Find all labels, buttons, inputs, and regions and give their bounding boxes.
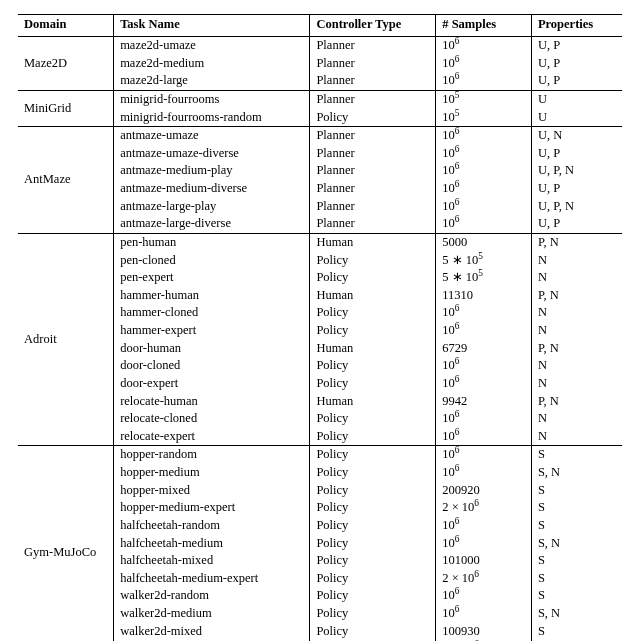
samples-cell: 106	[436, 517, 532, 535]
samples-cell: 106	[436, 162, 532, 180]
controller-cell: Planner	[310, 198, 436, 216]
task-cell: maze2d-large	[114, 72, 310, 90]
samples-cell: 106	[436, 375, 532, 393]
properties-cell: U, P	[531, 37, 622, 55]
samples-cell: 106	[436, 587, 532, 605]
controller-cell: Policy	[310, 464, 436, 482]
task-cell: pen-cloned	[114, 252, 310, 270]
task-cell: antmaze-umaze-diverse	[114, 145, 310, 163]
task-cell: walker2d-random	[114, 587, 310, 605]
properties-cell: U, N	[531, 127, 622, 145]
controller-cell: Policy	[310, 357, 436, 375]
task-cell: door-cloned	[114, 357, 310, 375]
properties-cell: P, N	[531, 233, 622, 251]
samples-cell: 2 × 106	[436, 570, 532, 588]
properties-cell: U, P, N	[531, 198, 622, 216]
controller-cell: Policy	[310, 304, 436, 322]
controller-cell: Policy	[310, 109, 436, 127]
properties-cell: S	[531, 517, 622, 535]
task-cell: halfcheetah-medium	[114, 535, 310, 553]
properties-cell: N	[531, 375, 622, 393]
samples-cell: 105	[436, 90, 532, 108]
controller-cell: Policy	[310, 322, 436, 340]
task-cell: minigrid-fourrooms	[114, 90, 310, 108]
samples-cell: 106	[436, 72, 532, 90]
controller-cell: Policy	[310, 446, 436, 464]
properties-cell: S	[531, 446, 622, 464]
samples-cell: 6729	[436, 340, 532, 358]
samples-cell: 5 ∗ 105	[436, 269, 532, 287]
domain-cell: MiniGrid	[18, 90, 114, 126]
properties-cell: U, P	[531, 180, 622, 198]
properties-cell: N	[531, 428, 622, 446]
samples-cell: 106	[436, 410, 532, 428]
col-properties: Properties	[531, 15, 622, 37]
task-cell: antmaze-large-diverse	[114, 215, 310, 233]
task-cell: hopper-medium	[114, 464, 310, 482]
task-cell: door-human	[114, 340, 310, 358]
table-row: Gym-MuJoCohopper-randomPolicy106S	[18, 446, 622, 464]
table-header: Domain Task Name Controller Type # Sampl…	[18, 15, 622, 37]
properties-cell: S	[531, 552, 622, 570]
task-cell: walker2d-medium	[114, 605, 310, 623]
samples-cell: 101000	[436, 552, 532, 570]
properties-cell: S	[531, 587, 622, 605]
samples-cell: 11310	[436, 287, 532, 305]
controller-cell: Policy	[310, 499, 436, 517]
samples-cell: 106	[436, 127, 532, 145]
samples-cell: 106	[436, 535, 532, 553]
task-cell: antmaze-umaze	[114, 127, 310, 145]
properties-cell: S, N	[531, 535, 622, 553]
properties-cell: S	[531, 570, 622, 588]
task-cell: hammer-cloned	[114, 304, 310, 322]
controller-cell: Planner	[310, 127, 436, 145]
table-row: Maze2Dmaze2d-umazePlanner106U, P	[18, 37, 622, 55]
controller-cell: Policy	[310, 570, 436, 588]
properties-cell: N	[531, 357, 622, 375]
controller-cell: Human	[310, 233, 436, 251]
benchmark-table: Domain Task Name Controller Type # Sampl…	[18, 14, 622, 641]
task-cell: maze2d-medium	[114, 55, 310, 73]
task-cell: antmaze-medium-play	[114, 162, 310, 180]
task-cell: hopper-random	[114, 446, 310, 464]
samples-cell: 9942	[436, 393, 532, 411]
domain-cell: AntMaze	[18, 127, 114, 234]
properties-cell: N	[531, 269, 622, 287]
samples-cell: 2 × 106	[436, 499, 532, 517]
page: Domain Task Name Controller Type # Sampl…	[0, 0, 640, 641]
controller-cell: Planner	[310, 215, 436, 233]
controller-cell: Policy	[310, 623, 436, 641]
properties-cell: N	[531, 252, 622, 270]
controller-cell: Planner	[310, 162, 436, 180]
samples-cell: 5000	[436, 233, 532, 251]
samples-cell: 106	[436, 605, 532, 623]
task-cell: hammer-human	[114, 287, 310, 305]
samples-cell: 5 ∗ 105	[436, 252, 532, 270]
task-cell: antmaze-medium-diverse	[114, 180, 310, 198]
domain-cell: Adroit	[18, 233, 114, 446]
samples-cell: 106	[436, 428, 532, 446]
controller-cell: Planner	[310, 145, 436, 163]
samples-cell: 200920	[436, 482, 532, 500]
samples-cell: 106	[436, 304, 532, 322]
properties-cell: S	[531, 499, 622, 517]
domain-cell: Maze2D	[18, 37, 114, 91]
samples-cell: 106	[436, 198, 532, 216]
properties-cell: S, N	[531, 605, 622, 623]
task-cell: pen-expert	[114, 269, 310, 287]
task-cell: maze2d-umaze	[114, 37, 310, 55]
task-cell: hopper-medium-expert	[114, 499, 310, 517]
task-cell: relocate-cloned	[114, 410, 310, 428]
task-cell: relocate-human	[114, 393, 310, 411]
controller-cell: Policy	[310, 269, 436, 287]
task-cell: minigrid-fourrooms-random	[114, 109, 310, 127]
controller-cell: Policy	[310, 517, 436, 535]
properties-cell: S	[531, 623, 622, 641]
properties-cell: U, P	[531, 72, 622, 90]
controller-cell: Human	[310, 287, 436, 305]
properties-cell: U	[531, 90, 622, 108]
controller-cell: Policy	[310, 428, 436, 446]
task-cell: hammer-expert	[114, 322, 310, 340]
samples-cell: 106	[436, 37, 532, 55]
task-cell: hopper-mixed	[114, 482, 310, 500]
